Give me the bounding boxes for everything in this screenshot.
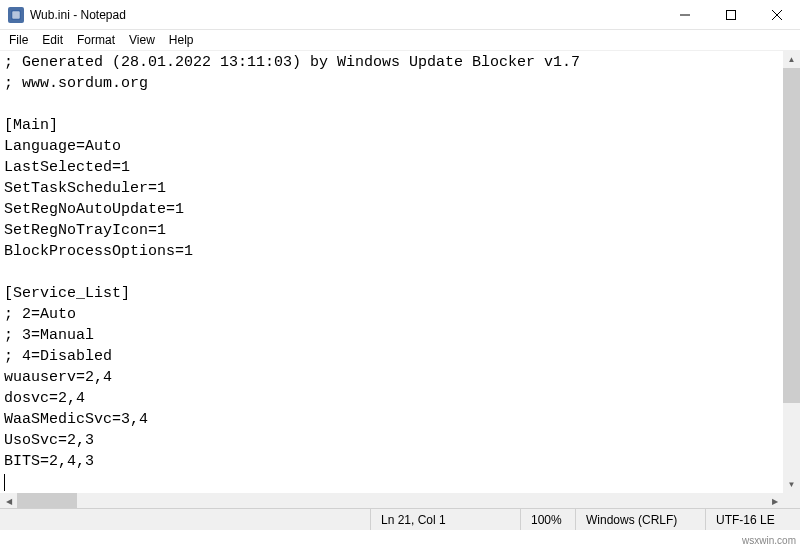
editor-line: [4, 472, 796, 493]
text-editor[interactable]: ; Generated (28.01.2022 13:11:03) by Win…: [0, 51, 800, 510]
editor-line: dosvc=2,4: [4, 388, 796, 409]
menu-file[interactable]: File: [2, 31, 35, 49]
editor-line: BlockProcessOptions=1: [4, 241, 796, 262]
editor-line: [4, 262, 796, 283]
editor-line: ; 2=Auto: [4, 304, 796, 325]
editor-line: ; www.sordum.org: [4, 73, 796, 94]
titlebar[interactable]: Wub.ini - Notepad: [0, 0, 800, 30]
editor-line: [4, 94, 796, 115]
menu-format[interactable]: Format: [70, 31, 122, 49]
vertical-scroll-thumb[interactable]: [783, 68, 800, 403]
status-encoding: UTF-16 LE: [705, 509, 800, 530]
editor-line: WaaSMedicSvc=3,4: [4, 409, 796, 430]
statusbar: Ln 21, Col 1 100% Windows (CRLF) UTF-16 …: [0, 508, 800, 530]
editor-line: [Main]: [4, 115, 796, 136]
vertical-scroll-track[interactable]: [783, 68, 800, 476]
editor-line: SetRegNoTrayIcon=1: [4, 220, 796, 241]
menu-view[interactable]: View: [122, 31, 162, 49]
editor-line: ; 4=Disabled: [4, 346, 796, 367]
close-button[interactable]: [754, 0, 800, 30]
status-zoom: 100%: [520, 509, 575, 530]
editor-line: ; 3=Manual: [4, 325, 796, 346]
status-spacer: [0, 509, 370, 530]
maximize-button[interactable]: [708, 0, 754, 30]
minimize-button[interactable]: [662, 0, 708, 30]
menu-edit[interactable]: Edit: [35, 31, 70, 49]
editor-area: ; Generated (28.01.2022 13:11:03) by Win…: [0, 50, 800, 510]
menu-help[interactable]: Help: [162, 31, 201, 49]
menubar: File Edit Format View Help: [0, 30, 800, 50]
editor-line: SetTaskScheduler=1: [4, 178, 796, 199]
window-title: Wub.ini - Notepad: [30, 8, 662, 22]
svg-rect-5: [727, 11, 736, 20]
window-controls: [662, 0, 800, 29]
editor-line: SetRegNoAutoUpdate=1: [4, 199, 796, 220]
notepad-icon: [8, 7, 24, 23]
editor-line: ; Generated (28.01.2022 13:11:03) by Win…: [4, 52, 796, 73]
editor-line: [Service_List]: [4, 283, 796, 304]
editor-line: UsoSvc=2,3: [4, 430, 796, 451]
editor-line: Language=Auto: [4, 136, 796, 157]
watermark: wsxwin.com: [742, 535, 796, 546]
status-line-ending: Windows (CRLF): [575, 509, 705, 530]
vertical-scrollbar[interactable]: ▲ ▼: [783, 51, 800, 493]
scroll-up-button[interactable]: ▲: [783, 51, 800, 68]
status-position: Ln 21, Col 1: [370, 509, 520, 530]
editor-line: wuauserv=2,4: [4, 367, 796, 388]
editor-line: BITS=2,4,3: [4, 451, 796, 472]
editor-line: LastSelected=1: [4, 157, 796, 178]
bottom-strip: [0, 530, 800, 548]
scroll-down-button[interactable]: ▼: [783, 476, 800, 493]
